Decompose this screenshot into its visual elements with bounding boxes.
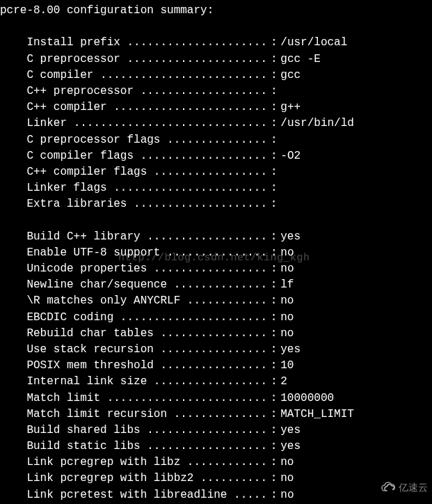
separator-colon: :: [267, 196, 280, 212]
config-label: C preprocessor flags: [26, 132, 167, 148]
config-label: EBCDIC coding: [26, 310, 120, 326]
dot-leader: ..............: [174, 407, 267, 423]
separator-colon: :: [267, 310, 280, 326]
separator-colon: :: [267, 229, 280, 245]
dot-leader: .......................: [113, 180, 267, 196]
indent: [0, 293, 26, 309]
dot-leader: ................: [160, 342, 267, 358]
config-row: Linker .............................:/us…: [0, 116, 432, 132]
config-label: C compiler: [26, 68, 100, 84]
config-label: Internal link size: [26, 374, 153, 390]
separator-colon: :: [267, 52, 280, 68]
config-value: no: [280, 326, 294, 342]
config-label: Link pcretest with libreadline: [26, 487, 234, 503]
config-value: no: [280, 310, 294, 326]
config-label: C++ preprocessor: [26, 84, 140, 100]
separator-colon: :: [267, 391, 280, 407]
dot-leader: .......................: [113, 100, 267, 116]
indent: [0, 423, 26, 439]
config-row: Rebuild char tables ................:no: [0, 326, 432, 342]
config-value: -O2: [280, 148, 301, 164]
config-label: C preprocessor: [26, 52, 127, 68]
indent: [0, 196, 26, 212]
config-label: Extra libraries: [26, 196, 134, 212]
config-row: Newline char/sequence ..............:lf: [0, 277, 432, 293]
terminal-output: pcre-8.00 configuration summary: Install…: [0, 0, 432, 503]
config-label: Linker flags: [26, 180, 113, 196]
dot-leader: ............: [187, 455, 267, 471]
config-row: Match limit ........................:100…: [0, 391, 432, 407]
config-row: C compiler flags ...................:-O2: [0, 148, 432, 164]
indent: [0, 261, 26, 277]
config-row: Match limit recursion ..............:MAT…: [0, 407, 432, 423]
dot-leader: .................: [154, 261, 267, 277]
separator-colon: :: [267, 261, 280, 277]
separator-colon: :: [267, 374, 280, 390]
config-value: no: [280, 487, 294, 503]
indent: [0, 326, 26, 342]
config-label: Unicode properties: [26, 261, 153, 277]
config-row: Extra libraries ....................:: [0, 196, 432, 212]
dot-leader: .................: [154, 164, 267, 180]
config-row: C++ preprocessor ...................:: [0, 84, 432, 100]
config-row: EBCDIC coding ......................:no: [0, 310, 432, 326]
config-label: Match limit: [26, 391, 106, 407]
dot-leader: ............: [187, 293, 267, 309]
separator-colon: :: [267, 245, 280, 261]
config-row: Enable UTF-8 support ...............:no: [0, 245, 432, 261]
config-row: Internal link size .................:2: [0, 374, 432, 390]
config-row: C compiler .........................:gcc: [0, 68, 432, 84]
dot-leader: ................: [160, 326, 267, 342]
dot-leader: ..................: [147, 423, 267, 439]
config-value: MATCH_LIMIT: [280, 407, 354, 423]
config-value: yes: [280, 423, 301, 439]
config-row: Use stack recursion ................:yes: [0, 342, 432, 358]
indent: [0, 52, 26, 68]
config-row: POSIX mem threshold ................:10: [0, 358, 432, 374]
config-row: C++ compiler .......................:g++: [0, 100, 432, 116]
config-value: yes: [280, 439, 301, 455]
separator-colon: :: [267, 100, 280, 116]
dot-leader: .....................: [127, 35, 267, 51]
dot-leader: ................: [160, 358, 267, 374]
config-label: POSIX mem threshold: [26, 358, 160, 374]
config-value: no: [280, 293, 294, 309]
config-label: Newline char/sequence: [26, 277, 173, 293]
config-value: g++: [280, 100, 301, 116]
blank-line: [0, 19, 432, 35]
config-block-2: Build C++ library ..................:yes…: [0, 229, 432, 503]
separator-colon: :: [267, 35, 280, 51]
config-value: gcc -E: [280, 52, 321, 68]
separator-colon: :: [267, 342, 280, 358]
config-row: Build C++ library ..................:yes: [0, 229, 432, 245]
dot-leader: ..................: [147, 229, 267, 245]
config-row: Link pcregrep with libbz2 ..........:no: [0, 471, 432, 487]
indent: [0, 358, 26, 374]
config-label: Install prefix: [26, 35, 127, 51]
config-row: Install prefix .....................:/us…: [0, 35, 432, 51]
separator-colon: :: [267, 487, 280, 503]
separator-colon: :: [267, 407, 280, 423]
dot-leader: ..........: [200, 471, 267, 487]
separator-colon: :: [267, 455, 280, 471]
config-label: Build shared libs: [26, 423, 147, 439]
config-label: Link pcregrep with libbz2: [26, 471, 200, 487]
dot-leader: ......................: [120, 310, 267, 326]
config-label: Build C++ library: [26, 229, 147, 245]
indent: [0, 277, 26, 293]
config-label: Build static libs: [26, 439, 147, 455]
config-label: Use stack recursion: [26, 342, 160, 358]
dot-leader: ....................: [134, 196, 267, 212]
config-value: /usr/local: [280, 35, 347, 51]
separator-colon: :: [267, 116, 280, 132]
dot-leader: .....: [234, 487, 267, 503]
config-row: C preprocessor flags ...............:: [0, 132, 432, 148]
config-label: \R matches only ANYCRLF: [26, 293, 186, 309]
config-value: gcc: [280, 68, 301, 84]
config-row: Unicode properties .................:no: [0, 261, 432, 277]
separator-colon: :: [267, 180, 280, 196]
indent: [0, 471, 26, 487]
indent: [0, 84, 26, 100]
indent: [0, 180, 26, 196]
dot-leader: .....................: [127, 52, 267, 68]
